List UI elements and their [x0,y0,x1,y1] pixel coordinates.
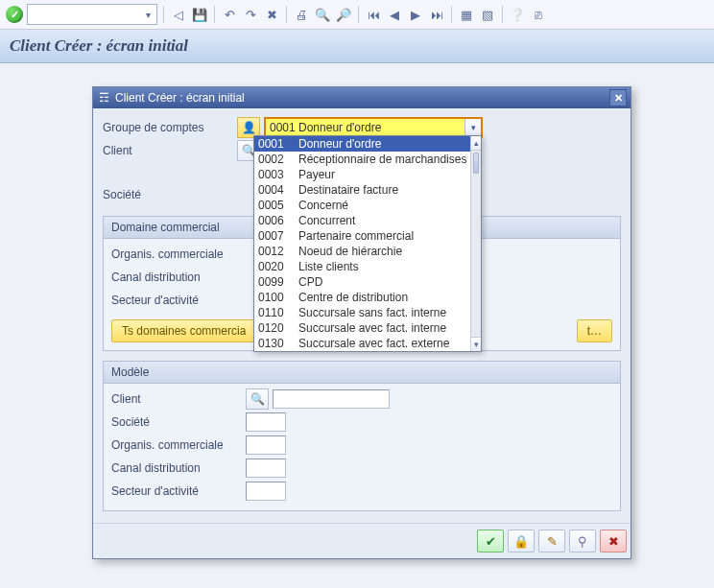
dropdown-list[interactable]: 0001Donneur d'ordre0002Réceptionnaire de… [254,136,470,351]
help-icon[interactable]: ❔ [509,6,526,23]
find-icon[interactable]: 🔍 [314,6,331,23]
dialog-client-create: ☶ Client Créer : écran initial ✕ Groupe … [92,86,631,559]
dropdown-groupe-comptes: 0001Donneur d'ordre0002Réceptionnaire de… [253,135,482,352]
dropdown-item-label: Liste clients [298,260,359,273]
chevron-down-icon[interactable]: ▾ [141,8,155,21]
dropdown-item-code: 0005 [258,199,298,212]
dropdown-item-code: 0130 [258,337,298,350]
edit-button[interactable]: ✎ [538,529,565,553]
print-icon[interactable]: 🖨 [293,6,310,23]
dialog-titlebar[interactable]: ☶ Client Créer : écran initial ✕ [93,87,631,108]
separator [451,6,452,23]
search-help-icon[interactable]: 🔍 [246,388,269,410]
dropdown-item-label: Destinataire facture [298,183,398,197]
next-page-icon[interactable]: ▶ [407,6,424,23]
save-icon[interactable]: 💾 [191,6,208,23]
scrollbar[interactable]: ▴ ▾ [470,136,481,351]
dropdown-item[interactable]: 0007Partenaire commercial [254,228,470,244]
dropdown-item-code: 0110 [258,306,298,319]
dropdown-item[interactable]: 0005Concerné [254,198,470,213]
dialog-title: Client Créer : écran initial [115,91,245,105]
dropdown-item-code: 0003 [258,168,298,181]
enter-button[interactable]: ✓ [6,6,23,23]
nav-exit-icon[interactable]: ↷ [242,6,259,23]
label-organis-commerciale: Organis. commerciale [111,247,246,261]
input-model-client[interactable] [273,389,390,409]
dropdown-item-code: 0002 [258,153,298,166]
dropdown-item-label: Concurrent [298,214,355,227]
page-title: Client Créer : écran initial [10,36,188,56]
session-new-icon[interactable]: ▦ [458,6,475,23]
label-model-canal: Canal distribution [111,461,246,475]
dropdown-item[interactable]: 0099CPD [254,274,470,290]
dropdown-item-label: CPD [298,275,322,289]
command-field[interactable]: ▾ [27,4,157,25]
close-icon[interactable]: ✕ [609,89,627,106]
shortcut-icon[interactable]: ▧ [479,6,496,23]
label-model-societe: Société [111,415,246,429]
label-groupe-comptes: Groupe de comptes [103,121,237,134]
confirm-button[interactable]: ✔ [477,529,504,553]
label-model-organis: Organis. commerciale [111,438,246,452]
dropdown-item[interactable]: 0002Réceptionnaire de marchandises [254,152,470,167]
app-toolbar: ✓ ▾ ◁ 💾 ↶ ↷ ✖ 🖨 🔍 🔎 ⏮ ◀ ▶ ⏭ ▦ ▧ ❔ ⎚ [0,0,714,30]
dropdown-item-code: 0006 [258,214,298,227]
cancel-icon[interactable]: ✖ [263,6,280,23]
find-next-icon[interactable]: 🔎 [335,6,352,23]
dropdown-item[interactable]: 0110Succursale sans fact. interne [254,305,470,320]
label-client: Client [103,144,237,157]
dropdown-item-label: Noeud de hiérarchie [298,245,402,258]
dropdown-item-code: 0099 [258,275,298,289]
label-canal-distribution: Canal distribution [111,270,246,284]
dropdown-item-label: Réceptionnaire de marchandises [298,153,466,166]
assign-button[interactable]: ⚲ [569,529,596,553]
nav-back-icon[interactable]: ↶ [221,6,238,23]
dropdown-item-label: Centre de distribution [298,291,408,304]
dropdown-item-code: 0004 [258,183,298,197]
separator [502,6,503,23]
back-icon[interactable]: ◁ [170,6,187,23]
dropdown-item[interactable]: 0004Destinataire facture [254,182,470,198]
btn-all-domains[interactable]: Ts domaines commercia [111,319,256,342]
input-model-secteur[interactable] [246,482,286,501]
separator [214,6,215,23]
group-modele: Modèle Client 🔍 Société Organis. commerc… [103,361,621,511]
dropdown-item[interactable]: 0001Donneur d'ordre [254,136,470,152]
btn-extra[interactable]: t… [577,319,612,342]
dropdown-item[interactable]: 0006Concurrent [254,213,470,228]
dropdown-item-label: Succursale avec fact. externe [298,337,449,350]
layout-icon[interactable]: ⎚ [530,6,547,23]
dropdown-item-label: Concerné [298,199,348,212]
dropdown-item-code: 0012 [258,245,298,258]
dropdown-item-label: Partenaire commercial [298,229,414,243]
cancel-button[interactable]: ✖ [600,529,627,553]
lock-button[interactable]: 🔒 [508,529,535,553]
dropdown-item[interactable]: 0120Succursale avec fact. interne [254,320,470,336]
dropdown-item-label: Succursale avec fact. interne [298,321,446,335]
label-societe: Société [103,188,237,201]
scroll-down-icon[interactable]: ▾ [471,337,481,351]
window-icon: ☶ [99,91,109,105]
chevron-down-icon[interactable]: ▾ [464,119,481,136]
page-title-bar: Client Créer : écran initial [0,30,714,63]
prev-page-icon[interactable]: ◀ [386,6,403,23]
scroll-thumb[interactable] [473,153,479,174]
first-page-icon[interactable]: ⏮ [365,6,382,23]
last-page-icon[interactable]: ⏭ [428,6,445,23]
group-title-model: Modèle [104,362,620,384]
dropdown-item[interactable]: 0130Succursale avec fact. externe [254,336,470,351]
dropdown-item-label: Succursale sans fact. interne [298,306,446,319]
input-model-organis[interactable] [246,435,286,455]
dropdown-item[interactable]: 0020Liste clients [254,259,470,274]
dropdown-item-label: Donneur d'ordre [298,137,381,151]
dropdown-item-code: 0020 [258,260,298,273]
separator [163,6,164,23]
input-model-societe[interactable] [246,412,286,432]
scroll-up-icon[interactable]: ▴ [471,136,481,151]
dropdown-item[interactable]: 0012Noeud de hiérarchie [254,244,470,259]
dropdown-item[interactable]: 0003Payeur [254,167,470,182]
label-model-secteur: Secteur d'activité [111,484,246,498]
input-model-canal[interactable] [246,459,286,478]
dropdown-item[interactable]: 0100Centre de distribution [254,290,470,305]
separator [286,6,287,23]
